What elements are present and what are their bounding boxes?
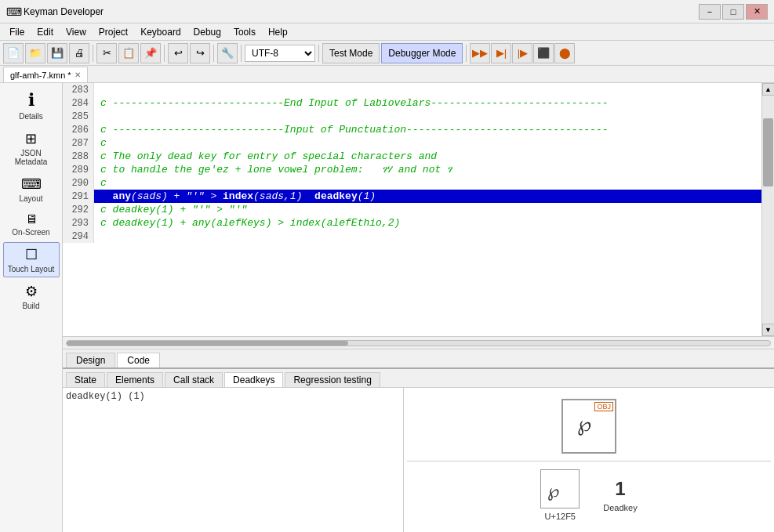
code-line-291: 291 any(sads) + "'" > index(sads,1) dead…	[63, 190, 761, 203]
debug-run[interactable]: ▶▶	[470, 43, 490, 63]
compile-button[interactable]: 🔧	[217, 43, 238, 63]
maximize-button[interactable]: □	[722, 4, 744, 20]
tab-state[interactable]: State	[66, 372, 105, 387]
bottom-panel: State Elements Call stack Deadkeys Regre…	[63, 367, 774, 532]
debug-pause[interactable]: ⬤	[554, 43, 575, 63]
menu-file[interactable]: File	[3, 25, 31, 39]
onscreen-icon: 🖥	[25, 212, 38, 226]
code-line-294: 294	[63, 230, 761, 243]
bottom-tabs: State Elements Call stack Deadkeys Regre…	[63, 369, 774, 388]
obj-label: OBJ	[594, 402, 613, 411]
scroll-down-button[interactable]: ▼	[762, 324, 775, 336]
char-bottom: ℘ U+12F5 1 Deadkey	[407, 461, 771, 529]
test-mode-button[interactable]: Test Mode	[322, 43, 380, 63]
redo-button[interactable]: ↪	[190, 43, 210, 63]
sidebar-item-touch-layout[interactable]: ☐ Touch Layout	[3, 242, 60, 277]
scroll-up-button[interactable]: ▲	[762, 83, 775, 96]
debugger-mode-button[interactable]: Debugger Mode	[381, 43, 463, 63]
scroll-track[interactable]	[762, 96, 774, 324]
undo-button[interactable]: ↩	[168, 43, 188, 63]
tab-design[interactable]: Design	[66, 353, 115, 367]
tab-callstack[interactable]: Call stack	[165, 372, 223, 387]
separator-6	[466, 45, 467, 62]
file-tab[interactable]: glf-amh-7.kmn * ✕	[3, 67, 88, 82]
sidebar-label-touch-layout: Touch Layout	[8, 265, 55, 273]
code-line-285: 285	[63, 110, 761, 123]
save-button[interactable]: 💾	[47, 43, 67, 63]
copy-button[interactable]: 📋	[118, 43, 139, 63]
sidebar-label-onscreen: On-Screen	[12, 228, 49, 237]
app-icon: ⌨	[6, 5, 19, 18]
separator-1	[93, 45, 93, 62]
menu-edit[interactable]: Edit	[31, 25, 60, 39]
tab-elements[interactable]: Elements	[107, 372, 163, 387]
touch-layout-icon: ☐	[25, 246, 38, 263]
sidebar-label-json: JSON Metadata	[5, 149, 57, 166]
code-line-284: 284 c ----------------------------End In…	[63, 96, 761, 110]
char-glyph-top: ℘	[573, 407, 605, 444]
sidebar-label-layout: Layout	[19, 194, 42, 203]
new-button[interactable]: 📄	[3, 43, 24, 63]
editor-tabs: Design Code	[63, 349, 774, 367]
cut-button[interactable]: ✂	[96, 43, 117, 63]
sidebar-item-json[interactable]: ⊞ JSON Metadata	[3, 126, 60, 170]
toolbar: 📄 📁 💾 🖨 ✂ 📋 📌 ↩ ↪ 🔧 UTF-8 Test Mode Debu…	[0, 41, 774, 66]
sidebar-label-details: Details	[19, 112, 43, 121]
title-bar: ⌨ Keyman Developer − □ ✕	[0, 0, 774, 24]
code-lines: 283 284 c ----------------------------En…	[63, 83, 761, 243]
horizontal-scrollbar[interactable]	[63, 336, 774, 349]
code-line-288: 288 c The only dead key for entry of spe…	[63, 150, 761, 163]
tab-code[interactable]: Code	[117, 353, 160, 367]
code-line-287: 287 c	[63, 136, 761, 150]
sidebar: ℹ Details ⊞ JSON Metadata ⌨ Layout 🖥 On-…	[0, 83, 63, 532]
char-display: OBJ ℘	[404, 388, 774, 532]
char-glyph-large: ℘	[540, 469, 580, 508]
debug-step[interactable]: ▶|	[491, 43, 511, 63]
char-info-value: 1 Deadkey	[603, 478, 637, 512]
editor-container: 283 284 c ----------------------------En…	[63, 83, 774, 367]
vertical-scrollbar[interactable]: ▲ ▼	[761, 83, 774, 336]
char-info-glyph: ℘ U+12F5	[540, 469, 580, 521]
menu-view[interactable]: View	[60, 25, 93, 39]
file-tab-close[interactable]: ✕	[74, 71, 81, 79]
paste-button[interactable]: 📌	[140, 43, 161, 63]
debug-stop[interactable]: ⬛	[533, 43, 554, 63]
sidebar-item-layout[interactable]: ⌨ Layout	[3, 172, 60, 207]
close-button[interactable]: ✕	[746, 4, 768, 20]
print-button[interactable]: 🖨	[69, 43, 89, 63]
tab-deadkeys[interactable]: Deadkeys	[224, 372, 283, 387]
file-tab-bar: glf-amh-7.kmn * ✕	[0, 66, 774, 83]
deadkeys-list: deadkey(1) (1)	[63, 388, 404, 532]
layout-icon: ⌨	[21, 176, 42, 193]
char-value: 1	[615, 478, 625, 500]
tab-regression[interactable]: Regression testing	[285, 372, 380, 387]
open-button[interactable]: 📁	[25, 43, 45, 63]
char-type: Deadkey	[603, 503, 637, 512]
minimize-button[interactable]: −	[699, 4, 721, 20]
code-line-289: 289 c to handle the ge'ez + lone vowel p…	[63, 163, 761, 176]
sidebar-label-build: Build	[22, 302, 39, 310]
code-editor[interactable]: 283 284 c ----------------------------En…	[63, 83, 761, 336]
sidebar-item-build[interactable]: ⚙ Build	[3, 279, 60, 314]
code-line-283: 283	[63, 83, 761, 96]
sidebar-item-details[interactable]: ℹ Details	[3, 86, 60, 125]
scroll-thumb	[763, 118, 773, 186]
h-scroll-track[interactable]	[66, 340, 771, 346]
svg-text:℘: ℘	[547, 481, 559, 501]
menu-bar: File Edit View Project Keyboard Debug To…	[0, 24, 774, 41]
svg-text:℘: ℘	[577, 413, 591, 436]
separator-3	[213, 45, 214, 62]
menu-debug[interactable]: Debug	[187, 25, 227, 39]
code-line-290: 290 c	[63, 176, 761, 190]
menu-project[interactable]: Project	[93, 25, 134, 39]
menu-keyboard[interactable]: Keyboard	[134, 25, 187, 39]
debug-step2[interactable]: |▶	[512, 43, 532, 63]
menu-help[interactable]: Help	[262, 25, 294, 39]
encoding-dropdown[interactable]: UTF-8	[245, 45, 315, 62]
h-scroll-thumb	[67, 341, 348, 346]
app-title: Keyman Developer	[24, 6, 699, 17]
separator-4	[241, 45, 242, 62]
menu-tools[interactable]: Tools	[227, 25, 262, 39]
char-glyph-svg: ℘	[546, 475, 574, 503]
sidebar-item-onscreen[interactable]: 🖥 On-Screen	[3, 208, 60, 241]
